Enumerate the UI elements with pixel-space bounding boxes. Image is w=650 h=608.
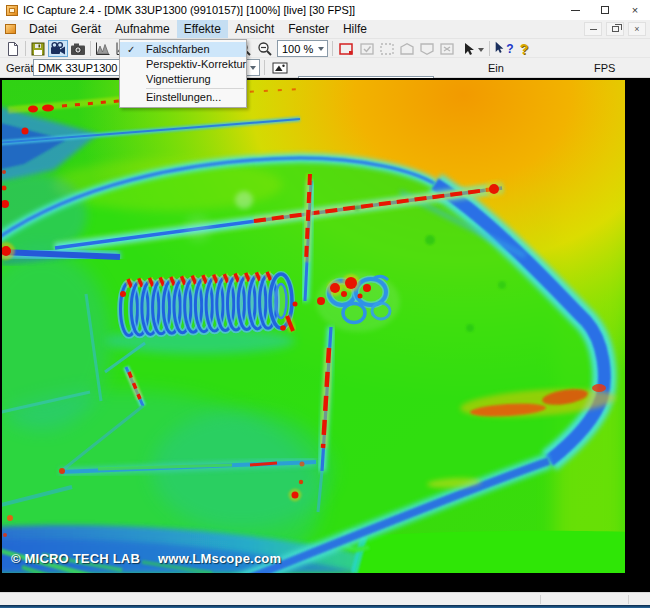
device-toolbar: Gerät DMK 33UP1300 (9910157) Y800 (1280x… <box>0 58 650 78</box>
toolbar-separator <box>264 60 265 75</box>
statusbar-separator <box>628 595 629 604</box>
client-area: © MICRO TECH LABwww.LMscope.com <box>0 78 650 592</box>
roi-load-icon <box>399 41 415 57</box>
mdi-child-icon <box>5 24 16 34</box>
snapshot-button[interactable] <box>68 40 88 57</box>
roi-store-icon <box>419 41 435 57</box>
new-file-icon <box>5 41 21 57</box>
watermark-url: www.LMscope.com <box>158 551 281 566</box>
roi-dashed-button[interactable] <box>377 40 397 57</box>
menu-item-vignettierung[interactable]: Vignettierung <box>120 72 246 87</box>
menu-item-perspektiv-korrektur[interactable]: Perspektiv-Korrektur <box>120 57 246 72</box>
mdi-minimize-icon <box>590 29 597 30</box>
close-button[interactable]: × <box>620 0 650 20</box>
toolbar-separator <box>90 41 91 56</box>
histogram-button[interactable] <box>93 40 113 57</box>
toolbar-separator <box>489 41 490 56</box>
roi-store-button[interactable] <box>417 40 437 57</box>
roi-load-button[interactable] <box>397 40 417 57</box>
main-toolbar: 100 % <box>0 39 650 58</box>
window-title: IC Capture 2.4 - [DMK 33UP1300 (9910157)… <box>23 4 355 16</box>
roi-confirm-icon <box>359 41 375 57</box>
live-video-button[interactable] <box>48 40 68 57</box>
menu-datei[interactable]: Datei <box>22 20 64 38</box>
fps-label: FPS <box>594 62 615 74</box>
chevron-down-icon <box>318 47 324 54</box>
help-icon: ? <box>520 41 529 57</box>
menu-ansicht[interactable]: Ansicht <box>228 20 281 38</box>
roi-dashed-icon <box>379 41 395 57</box>
roi-confirm-button[interactable] <box>357 40 377 57</box>
title-bar: IC Capture 2.4 - [DMK 33UP1300 (9910157)… <box>0 0 650 20</box>
effects-menu: ✓ Falschfarben Perspektiv-Korrektur Vign… <box>119 39 247 108</box>
roi-delete-button[interactable] <box>437 40 457 57</box>
part-cluster <box>316 272 400 332</box>
pointer-mode-button[interactable] <box>459 40 486 57</box>
zoom-level-value: 100 % <box>282 43 313 55</box>
minimize-icon <box>571 10 580 11</box>
save-icon <box>30 41 46 57</box>
status-bar <box>0 592 650 605</box>
maximize-icon <box>601 6 609 14</box>
menu-effekte[interactable]: Effekte <box>177 20 228 38</box>
menu-item-einstellungen[interactable]: Einstellungen... <box>120 90 246 105</box>
false-color-image: © MICRO TECH LABwww.LMscope.com <box>2 80 625 573</box>
zoom-out-icon <box>257 41 273 57</box>
about-help-button[interactable]: ? <box>514 40 534 57</box>
resize-grip[interactable] <box>645 601 647 603</box>
application-window: IC Capture 2.4 - [DMK 33UP1300 (9910157)… <box>0 0 650 608</box>
menu-item-label: Falschfarben <box>146 43 210 55</box>
zoom-out-button[interactable] <box>255 40 275 57</box>
menu-aufnahme[interactable]: Aufnahme <box>108 20 177 38</box>
app-icon <box>6 5 18 16</box>
menu-fenster[interactable]: Fenster <box>281 20 336 38</box>
roi-rect-icon <box>338 41 354 57</box>
context-help-icon: ? <box>506 42 513 56</box>
input-label: Ein <box>488 62 504 74</box>
check-icon: ✓ <box>127 42 135 57</box>
roi-delete-icon <box>439 41 455 57</box>
photo-camera-icon <box>70 41 86 57</box>
menu-hilfe[interactable]: Hilfe <box>336 20 374 38</box>
menu-bar: Datei Gerät Aufnahme Effekte Ansicht Fen… <box>0 20 650 39</box>
menu-item-falschfarben[interactable]: ✓ Falschfarben <box>120 42 246 57</box>
image-format-icon <box>272 60 289 76</box>
thermal-false-color-view <box>2 80 625 573</box>
menu-item-label: Vignettierung <box>146 73 211 85</box>
video-camera-icon <box>50 41 66 57</box>
save-button[interactable] <box>28 40 48 57</box>
help-arrow-icon <box>494 41 505 57</box>
mdi-close-button[interactable]: × <box>628 22 646 36</box>
maximize-button[interactable] <box>590 0 620 20</box>
new-file-button[interactable] <box>3 40 23 57</box>
mdi-restore-button[interactable] <box>606 22 624 36</box>
statusbar-separator <box>540 595 541 604</box>
menu-item-label: Perspektiv-Korrektur <box>146 58 246 70</box>
image-format-button[interactable] <box>268 59 292 76</box>
menu-separator <box>146 88 244 89</box>
watermark-copyright: © MICRO TECH LAB <box>11 551 140 566</box>
minimize-button[interactable] <box>560 0 590 20</box>
menu-item-label: Einstellungen... <box>146 91 221 103</box>
pointer-menu-icon <box>461 41 485 57</box>
device-label: Gerät <box>6 62 34 74</box>
toolbar-separator <box>25 41 26 56</box>
histogram-icon <box>95 41 111 57</box>
chevron-down-icon <box>250 66 256 73</box>
mdi-minimize-button[interactable] <box>584 22 602 36</box>
roi-rect-button[interactable] <box>336 40 356 57</box>
zoom-level-combobox[interactable]: 100 % <box>277 40 328 57</box>
menu-geraet[interactable]: Gerät <box>64 20 108 38</box>
watermark: © MICRO TECH LABwww.LMscope.com <box>11 551 299 566</box>
context-help-button[interactable]: ? <box>492 40 516 57</box>
toolbar-separator <box>332 41 333 56</box>
mdi-restore-icon <box>612 26 619 32</box>
